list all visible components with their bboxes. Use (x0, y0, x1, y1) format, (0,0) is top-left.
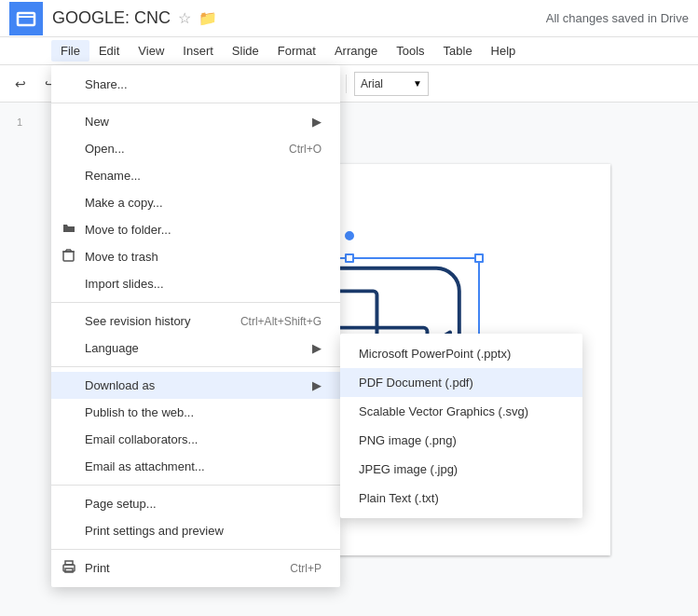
language-arrow: ▶ (312, 341, 322, 355)
rename-label: Rename... (85, 169, 141, 183)
trash-icon-left (62, 249, 75, 265)
sep-4 (51, 485, 340, 486)
menu-view[interactable]: View (129, 40, 173, 62)
menu-arrange[interactable]: Arrange (325, 40, 387, 62)
menu-item-open[interactable]: Open... Ctrl+O (51, 135, 340, 162)
language-label: Language (85, 341, 139, 355)
sep-1 (51, 103, 340, 103)
menu-item-trash[interactable]: Move to trash (51, 243, 340, 270)
menu-item-print[interactable]: Print Ctrl+P (51, 554, 340, 582)
menu-bar: File Edit View Insert Slide Format Arran… (0, 37, 698, 65)
revision-shortcut: Ctrl+Alt+Shift+G (240, 315, 322, 328)
menu-item-share[interactable]: Share... (51, 71, 340, 98)
menu-item-move-folder[interactable]: Move to folder... (51, 216, 340, 243)
menu-item-language[interactable]: Language ▶ (51, 335, 340, 362)
menu-edit[interactable]: Edit (89, 40, 129, 62)
svg-rect-24 (65, 568, 73, 572)
sep-3 (51, 366, 340, 367)
menu-format[interactable]: Format (268, 40, 325, 62)
download-label: Download as (85, 378, 155, 392)
svg-rect-17 (63, 252, 74, 261)
import-label: Import slides... (85, 277, 164, 291)
page-setup-label: Page setup... (85, 497, 157, 511)
svg-rect-0 (18, 13, 34, 25)
submenu-txt[interactable]: Plain Text (.txt) (340, 484, 582, 513)
file-menu-dropdown: Share... New ▶ Open... Ctrl+O Rename... … (51, 65, 340, 587)
new-arrow: ▶ (312, 115, 322, 129)
open-shortcut: Ctrl+O (289, 143, 322, 156)
new-label: New (85, 115, 109, 129)
svg-label: Scalable Vector Graphics (.svg) (359, 404, 528, 418)
svg-rect-23 (65, 561, 73, 565)
jpg-label: JPEG image (.jpg) (359, 462, 458, 476)
submenu-jpg[interactable]: JPEG image (.jpg) (340, 455, 582, 484)
menu-item-publish[interactable]: Publish to the web... (51, 399, 340, 426)
menu-item-email-collab[interactable]: Email collaborators... (51, 426, 340, 453)
menu-item-rename[interactable]: Rename... (51, 162, 340, 189)
menu-insert[interactable]: Insert (173, 40, 223, 62)
email-collab-label: Email collaborators... (85, 432, 198, 446)
menu-item-download[interactable]: Download as ▶ (51, 372, 340, 399)
txt-label: Plain Text (.txt) (359, 491, 439, 505)
sep-2 (51, 302, 340, 303)
star-icon[interactable]: ☆ (178, 9, 191, 27)
publish-label: Publish to the web... (85, 405, 194, 419)
download-submenu: Microsoft PowerPoint (.pptx) PDF Documen… (340, 334, 582, 518)
email-attach-label: Email as attachment... (85, 459, 205, 473)
folder-icon-left (62, 222, 75, 238)
menu-item-import[interactable]: Import slides... (51, 270, 340, 297)
menu-item-copy[interactable]: Make a copy... (51, 189, 340, 216)
move-folder-label: Move to folder... (85, 223, 171, 237)
download-arrow: ▶ (312, 378, 322, 392)
menu-item-email-attach[interactable]: Email as attachment... (51, 453, 340, 480)
submenu-pdf[interactable]: PDF Document (.pdf) (340, 368, 582, 397)
trash-label: Move to trash (85, 250, 158, 264)
title-bar: GOOGLE: CNC ☆ 📁 All changes saved in Dri… (0, 0, 698, 37)
share-label: Share... (85, 77, 128, 91)
document-title: GOOGLE: CNC (52, 8, 171, 28)
copy-label: Make a copy... (85, 196, 163, 210)
menu-help[interactable]: Help (482, 40, 526, 62)
open-label: Open... (85, 142, 125, 156)
revision-label: See revision history (85, 314, 190, 328)
menu-item-page-setup[interactable]: Page setup... (51, 490, 340, 517)
submenu-svg[interactable]: Scalable Vector Graphics (.svg) (340, 397, 582, 426)
png-label: PNG image (.png) (359, 433, 457, 447)
pdf-label: PDF Document (.pdf) (359, 376, 473, 390)
submenu-pptx[interactable]: Microsoft PowerPoint (.pptx) (340, 339, 582, 368)
save-status: All changes saved in Drive (546, 11, 689, 25)
pptx-label: Microsoft PowerPoint (.pptx) (359, 347, 511, 361)
menu-item-print-settings[interactable]: Print settings and preview (51, 517, 340, 544)
submenu-png[interactable]: PNG image (.png) (340, 426, 582, 455)
app-icon (9, 2, 43, 35)
print-shortcut: Ctrl+P (290, 562, 322, 575)
menu-slide[interactable]: Slide (223, 40, 268, 62)
sep-5 (51, 549, 340, 550)
menu-table[interactable]: Table (434, 40, 482, 62)
menu-file[interactable]: File (51, 40, 89, 62)
print-settings-label: Print settings and preview (85, 524, 224, 538)
print-icon-left (62, 560, 75, 576)
menu-tools[interactable]: Tools (387, 40, 433, 62)
menu-item-revision[interactable]: See revision history Ctrl+Alt+Shift+G (51, 308, 340, 335)
menu-item-new[interactable]: New ▶ (51, 108, 340, 135)
print-label: Print (85, 561, 110, 575)
folder-icon: 📁 (198, 9, 217, 27)
